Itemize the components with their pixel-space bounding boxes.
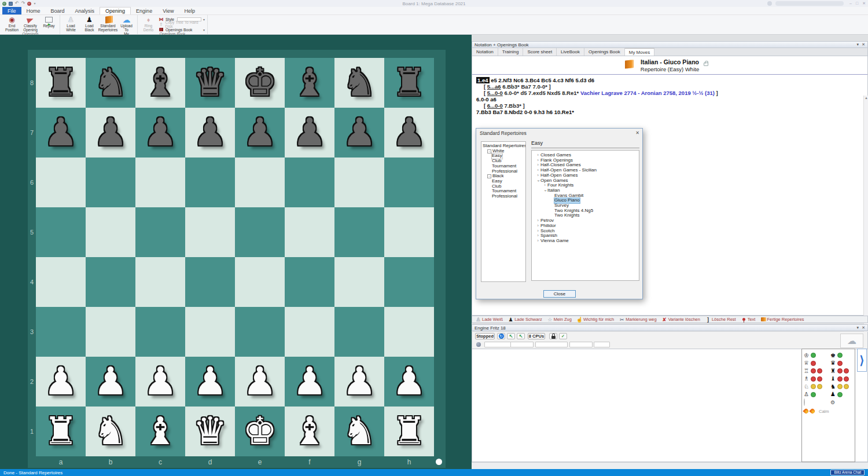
square-f4[interactable] (285, 257, 334, 307)
square-e2[interactable]: ♟ (235, 357, 285, 407)
square-h1[interactable]: ♜ (384, 407, 434, 456)
square-a8[interactable]: ♜ (36, 58, 86, 108)
tool-hand[interactable]: Wichtig für mich (577, 317, 614, 323)
ribbon-tab-file[interactable]: File (2, 7, 21, 14)
tree-item-easy[interactable]: Easy (483, 153, 524, 159)
tool-black-pawn[interactable]: Lade Schwarz (508, 317, 542, 323)
tree-item-italian[interactable]: ›Italian (533, 188, 638, 193)
status-dot-green[interactable] (837, 353, 843, 358)
tab-livebook[interactable]: LiveBook (557, 48, 584, 56)
engine-field-2[interactable] (510, 342, 534, 347)
square-a2[interactable]: ♟ (36, 357, 86, 407)
square-d6[interactable] (185, 158, 235, 207)
square-d8[interactable]: ♛ (185, 58, 235, 108)
flame-icon[interactable] (809, 408, 815, 414)
square-a6[interactable] (36, 158, 86, 207)
tree-expander-icon[interactable]: - (487, 174, 491, 178)
square-a1[interactable]: ♜ (36, 407, 86, 456)
account-icon[interactable] (767, 1, 772, 6)
move-text[interactable]: 5...a6 (487, 83, 501, 90)
tree-item-easy[interactable]: Easy (483, 179, 524, 184)
square-e1[interactable]: ♚ (235, 407, 285, 456)
engine-field-5[interactable] (594, 342, 610, 347)
square-c2[interactable]: ♟ (135, 357, 185, 407)
square-g7[interactable]: ♟ (334, 108, 384, 158)
tree-expander-icon[interactable]: › (542, 183, 547, 188)
move-text[interactable]: e5 2.Nf3 Nc6 3.Bc4 Bc5 4.c3 Nf6 5.d3 d6 (490, 77, 595, 83)
notation-scrollbar[interactable]: ▲ ▼ (863, 96, 868, 337)
square-d4[interactable] (185, 257, 235, 307)
square-e3[interactable] (235, 307, 285, 357)
status-dot-red[interactable] (837, 376, 843, 382)
square-b2[interactable]: ♟ (86, 357, 135, 407)
move-text[interactable]: ] (715, 90, 718, 96)
maximize-icon[interactable]: □ (856, 0, 858, 7)
move-text[interactable]: 7.Bb3* ] (503, 102, 525, 109)
tool-bracket[interactable]: Lösche Rest (705, 317, 736, 323)
tab-my-moves[interactable]: My Moves (625, 48, 654, 56)
move-text[interactable]: Vachier Lagrave 2774 - Aronian 2758, 201… (580, 90, 715, 96)
move-text[interactable]: 6.Bb3* Ba7 7.0-0* ] (501, 83, 551, 90)
expand-panel-button[interactable]: ⟩ (857, 349, 867, 372)
square-c4[interactable] (135, 257, 185, 307)
status-dot-red[interactable] (811, 368, 816, 374)
square-e6[interactable] (235, 158, 285, 207)
move-text[interactable]: 6.0-0* d5 7.exd5 Nxd5 8.Re1* (503, 90, 580, 96)
tool-red-x[interactable]: Variante löschen (662, 317, 700, 323)
minimize-icon[interactable]: – (849, 0, 852, 7)
square-a7[interactable]: ♟ (36, 108, 86, 158)
tree-item-giuco-piano[interactable]: Giuco Piano (533, 198, 638, 203)
tool-star[interactable]: Mein Zug (547, 317, 572, 323)
square-h3[interactable] (384, 307, 434, 357)
end-position-button[interactable]: End Position (3, 16, 20, 32)
square-g4[interactable] (334, 257, 384, 307)
move-text[interactable]: 7.Bb3 Ba7 8.Nbd2 0-0 9.h3 h6 10.Re1* (476, 109, 574, 115)
tool-book[interactable]: Fertige Repertoires (760, 317, 804, 322)
tool-pin[interactable]: Text (741, 317, 756, 322)
close-button[interactable]: Close (543, 290, 576, 298)
square-g1[interactable]: ♞ (334, 407, 384, 456)
cloud-engine-button[interactable]: ☁ (840, 334, 863, 348)
square-h6[interactable] (384, 158, 434, 207)
status-dot-red[interactable] (817, 368, 822, 374)
tree-expander-icon[interactable]: › (535, 239, 540, 244)
tree-item-black[interactable]: -Black (483, 174, 524, 179)
ribbon-tab-opening[interactable]: Opening (100, 7, 131, 14)
square-f8[interactable]: ♝ (285, 58, 334, 108)
move-text[interactable]: 1.e4 (476, 77, 490, 83)
square-c1[interactable]: ♝ (135, 407, 185, 456)
copy-all-button[interactable]: ↖ (517, 333, 525, 339)
square-c7[interactable]: ♟ (135, 108, 185, 158)
square-h2[interactable]: ♟ (384, 357, 434, 407)
ribbon-tab-board[interactable]: Board (46, 7, 70, 14)
square-d7[interactable]: ♟ (185, 108, 235, 158)
status-dot-red[interactable] (817, 376, 822, 382)
engine-settings-button[interactable]: ✓ (559, 333, 567, 339)
square-c6[interactable] (135, 158, 185, 207)
square-e4[interactable] (235, 257, 285, 307)
square-g2[interactable]: ♟ (334, 357, 384, 407)
square-b6[interactable] (86, 158, 135, 207)
status-dot-green[interactable] (811, 392, 816, 397)
square-b7[interactable]: ♟ (86, 108, 135, 158)
flame-icon[interactable] (803, 408, 809, 414)
scroll-up-icon[interactable]: ▲ (865, 96, 868, 100)
tool-white-pawn[interactable]: Lade Weiß (476, 317, 503, 323)
tree-expander-icon[interactable]: › (542, 188, 547, 193)
panel-close-icon[interactable]: ✕ (862, 42, 865, 47)
square-f3[interactable] (285, 307, 334, 357)
square-h5[interactable] (384, 207, 434, 257)
chevron-down-icon[interactable]: ▾ (203, 28, 205, 32)
square-e8[interactable]: ♚ (235, 58, 285, 108)
square-b1[interactable]: ♞ (86, 407, 135, 456)
status-dot-green[interactable] (811, 353, 816, 358)
engine-close-icon[interactable]: ✕ (862, 325, 865, 330)
tree-expander-icon[interactable]: › (535, 173, 540, 178)
tab-score-sheet[interactable]: Score sheet (523, 48, 557, 56)
tree-item-vienna-game[interactable]: ›Vienna Game (533, 239, 638, 244)
status-dot-yellow[interactable] (817, 384, 822, 389)
engine-field-4[interactable] (569, 342, 593, 347)
square-f5[interactable] (285, 207, 334, 257)
status-dot-green[interactable] (837, 392, 843, 397)
tab-openings-book[interactable]: Openings Book (584, 48, 625, 56)
